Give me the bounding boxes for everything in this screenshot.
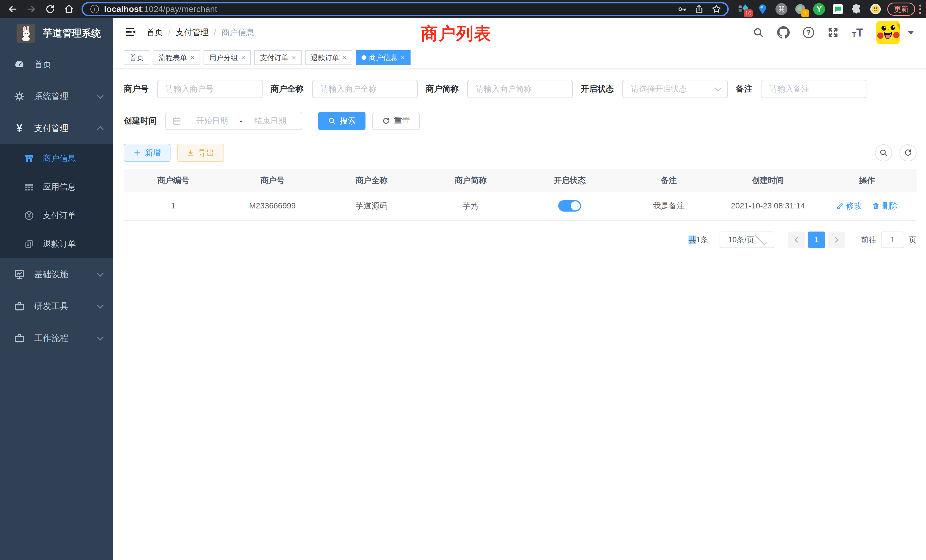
cell-merchant-no: M233666999 (223, 201, 322, 210)
close-icon[interactable]: × (191, 54, 194, 62)
tab-user-group[interactable]: 用户分组× (204, 50, 251, 65)
start-date-placeholder[interactable]: 开始日期 (187, 115, 237, 126)
cell-merchant-id: 1 (124, 201, 223, 210)
extension-blue-diamond-icon[interactable]: 10 (737, 3, 750, 16)
next-page-button[interactable] (828, 232, 845, 248)
create-time-label: 创建时间 (124, 115, 157, 127)
chevron-down-icon (97, 270, 104, 277)
prev-page-button[interactable] (788, 232, 805, 248)
github-icon[interactable] (777, 26, 790, 39)
tab-refund-order[interactable]: 退款订单× (305, 50, 353, 65)
sidebar-collapse-icon[interactable] (125, 26, 137, 39)
browser-menu-icon[interactable] (919, 5, 921, 14)
close-icon[interactable]: × (292, 54, 296, 62)
bookmark-star-icon[interactable] (711, 4, 722, 14)
extensions-puzzle-icon[interactable] (850, 3, 863, 16)
sidebar-item-merchant-info[interactable]: 商户信息 (0, 144, 113, 173)
sidebar-item-workflow[interactable]: 工作流程 (0, 322, 113, 354)
header-search-icon[interactable] (753, 27, 764, 38)
share-icon[interactable] (694, 4, 704, 14)
sidebar: 芋道管理系统 首页 系统管理 ¥ 支付管理 商户信息 (0, 18, 113, 560)
sidebar-item-pay-order[interactable]: 支付订单 (0, 201, 113, 230)
extension-gray-circle-icon[interactable]: 1 (794, 3, 807, 16)
merchant-no-input[interactable] (157, 80, 263, 98)
breadcrumb: 首页 / 支付管理 / 商户信息 (147, 27, 254, 38)
dashboard-icon (12, 59, 26, 70)
chevron-down-icon (97, 92, 104, 99)
tab-merchant-info[interactable]: 商户信息× (356, 50, 410, 65)
table-header: 商户编号 商户号 商户全称 商户简称 开启状态 备注 创建时间 操作 (124, 170, 917, 192)
tab-pay-order[interactable]: 支付订单× (254, 50, 302, 65)
extension-icons: 10 ⌘ 1 Y (737, 3, 882, 16)
font-size-icon[interactable]: TT (852, 27, 863, 38)
search-button[interactable]: 搜索 (318, 112, 366, 130)
refresh-table-button[interactable] (899, 144, 917, 161)
browser-update-button[interactable]: 更新 (887, 3, 915, 16)
status-select[interactable]: 请选择开启状态 (622, 80, 728, 98)
avatar-dropdown-caret-icon[interactable] (908, 31, 914, 35)
breadcrumb-payment[interactable]: 支付管理 (176, 27, 209, 38)
delete-link[interactable]: 删除 (872, 200, 898, 211)
payment-submenu: 商户信息 应用信息 支付订单 退款订单 (0, 144, 113, 258)
app-logo-row[interactable]: 芋道管理系统 (0, 18, 113, 48)
close-icon[interactable]: × (343, 54, 346, 62)
user-avatar[interactable] (876, 21, 900, 44)
close-icon[interactable]: × (241, 54, 245, 62)
end-date-placeholder[interactable]: 结束日期 (245, 115, 295, 126)
profile-avatar-icon[interactable] (869, 3, 882, 16)
breadcrumb-merchant-info: 商户信息 (221, 27, 254, 38)
export-button[interactable]: 导出 (177, 144, 224, 162)
browser-reload-icon[interactable] (44, 3, 56, 15)
help-icon[interactable]: ? (803, 27, 814, 38)
extension-y-icon[interactable]: Y (813, 3, 826, 16)
extension-pin-icon[interactable] (756, 3, 769, 16)
breadcrumb-home[interactable]: 首页 (147, 27, 163, 38)
sidebar-item-dev-tools[interactable]: 研发工具 (0, 290, 113, 322)
cell-remark: 我是备注 (619, 200, 719, 211)
tab-process-form[interactable]: 流程表单× (153, 50, 200, 65)
reset-button[interactable]: 重置 (372, 112, 420, 130)
extension-command-icon[interactable]: ⌘ (775, 3, 788, 16)
pagination-total: 共1条 (688, 235, 708, 245)
page-size-select[interactable]: 10条/页 (720, 232, 774, 248)
cell-created-at: 2021-10-23 08:31:14 (719, 201, 818, 210)
full-name-input[interactable] (312, 80, 418, 98)
browser-home-icon[interactable] (63, 3, 75, 15)
page-number-1[interactable]: 1 (808, 232, 825, 248)
briefcase-icon (12, 333, 26, 344)
merchant-table: 商户编号 商户号 商户全称 商户简称 开启状态 备注 创建时间 操作 1 M23… (124, 170, 917, 221)
add-button[interactable]: 新增 (124, 144, 171, 162)
browser-back-icon[interactable] (6, 3, 19, 15)
short-name-input[interactable] (467, 80, 573, 98)
grid-table-icon (23, 182, 35, 192)
sidebar-item-app-info[interactable]: 应用信息 (0, 173, 113, 201)
fullscreen-icon[interactable] (828, 27, 839, 38)
store-icon (23, 153, 35, 163)
remark-input[interactable] (761, 80, 866, 98)
tags-view-bar: 首页 流程表单× 用户分组× 支付订单× 退款订单× 商户信息× (113, 47, 926, 69)
pagination: 共1条 10条/页 1 前往 页 (124, 232, 917, 248)
site-info-icon[interactable]: i (90, 5, 99, 14)
sidebar-item-payment[interactable]: ¥ 支付管理 (0, 112, 113, 144)
url-text: localhost:1024/pay/merchant (104, 4, 677, 14)
edit-link[interactable]: 修改 (836, 200, 862, 211)
show-search-toggle-button[interactable] (875, 144, 892, 161)
browser-forward-icon[interactable] (25, 3, 38, 15)
extension-chat-icon[interactable] (831, 3, 844, 16)
tab-home[interactable]: 首页 (124, 50, 150, 65)
status-toggle[interactable] (558, 200, 581, 212)
chevron-down-icon (755, 232, 768, 245)
goto-page-input[interactable] (881, 232, 904, 248)
address-bar[interactable]: i localhost:1024/pay/merchant (82, 2, 729, 16)
sidebar-item-infrastructure[interactable]: 基础设施 (0, 258, 113, 290)
goto-label: 前往 (861, 235, 876, 245)
create-time-range-picker[interactable]: 开始日期 - 结束日期 (165, 112, 302, 130)
gear-icon (12, 91, 26, 102)
close-icon[interactable]: × (401, 54, 405, 62)
cell-short-name: 芋艿 (421, 200, 520, 211)
password-key-icon[interactable] (677, 4, 687, 14)
sidebar-item-home[interactable]: 首页 (0, 48, 113, 80)
sidebar-item-system[interactable]: 系统管理 (0, 80, 113, 112)
sidebar-item-refund-order[interactable]: 退款订单 (0, 230, 113, 258)
yuan-circle-icon (23, 210, 35, 221)
